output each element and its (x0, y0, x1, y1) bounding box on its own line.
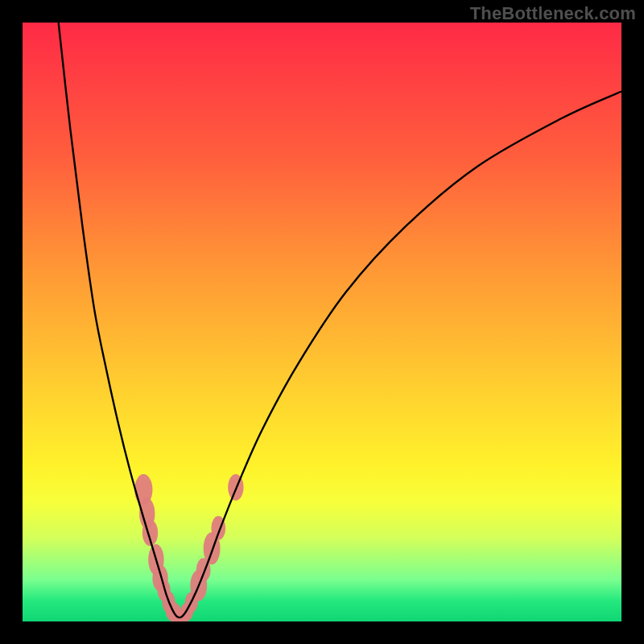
gradient-background (23, 23, 621, 621)
plot-area (23, 23, 621, 621)
watermark-text: TheBottleneck.com (470, 3, 636, 24)
svg-rect-0 (23, 23, 621, 621)
chart-frame: TheBottleneck.com (0, 0, 644, 644)
